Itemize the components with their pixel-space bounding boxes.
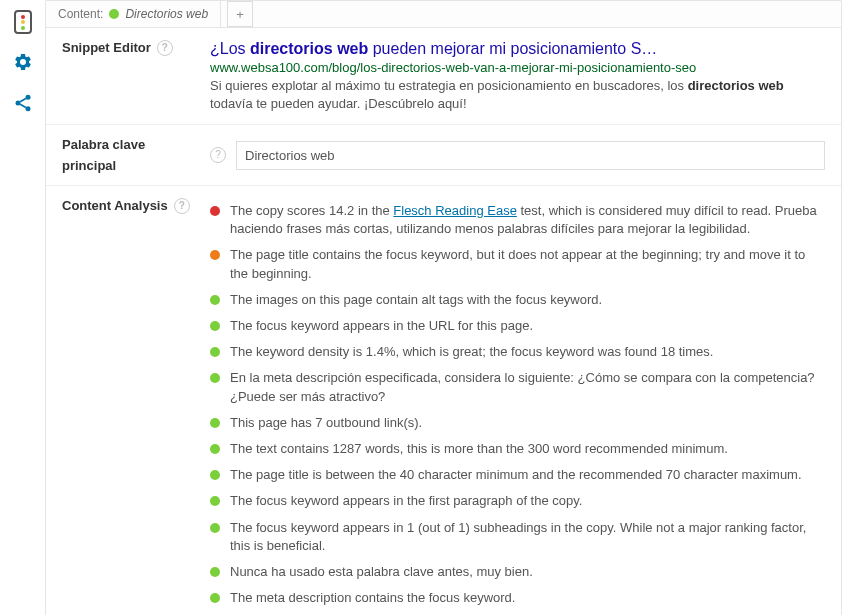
status-dot-icon (109, 9, 119, 19)
analysis-item: The focus keyword appears in the first p… (210, 488, 825, 514)
orange-dot-icon (210, 250, 220, 260)
analysis-text: The keyword density is 1.4%, which is gr… (230, 343, 713, 361)
help-icon[interactable]: ? (174, 198, 190, 214)
seo-panel: Content: Directorios web + Snippet Edito… (45, 0, 842, 615)
section-analysis: Content Analysis ? The copy scores 14.2 … (46, 186, 841, 615)
traffic-light-icon[interactable] (14, 10, 32, 34)
help-icon[interactable]: ? (157, 40, 173, 56)
analysis-text: The images on this page contain alt tags… (230, 291, 602, 309)
green-dot-icon (210, 373, 220, 383)
snippet-title: ¿Los directorios web pueden mejorar mi p… (210, 40, 825, 58)
flesch-link[interactable]: Flesch Reading Ease (393, 203, 517, 218)
analysis-item: En la meta descripción especificada, con… (210, 365, 825, 409)
snippet-preview[interactable]: ¿Los directorios web pueden mejorar mi p… (202, 40, 825, 112)
analysis-text: The focus keyword appears in the first p… (230, 492, 582, 510)
analysis-text: The page title is between the 40 charact… (230, 466, 802, 484)
analysis-list: The copy scores 14.2 in the Flesch Readi… (210, 198, 825, 611)
snippet-url: www.websa100.com/blog/los-directorios-we… (210, 60, 825, 75)
label-snippet: Snippet Editor ? (62, 40, 202, 112)
analysis-text: This page has 7 outbound link(s). (230, 414, 422, 432)
label-keyword-line2: principal (62, 158, 116, 173)
side-rail (0, 0, 45, 615)
analysis-item: The images on this page contain alt tags… (210, 287, 825, 313)
tab-prefix: Content: (58, 7, 103, 21)
label-analysis: Content Analysis ? (62, 198, 202, 611)
analysis-text: The text contains 1287 words, this is mo… (230, 440, 728, 458)
label-keyword-line1: Palabra clave (62, 137, 145, 152)
analysis-item: This page has 7 outbound link(s). (210, 410, 825, 436)
label-snippet-text: Snippet Editor (62, 40, 151, 55)
green-dot-icon (210, 418, 220, 428)
green-dot-icon (210, 444, 220, 454)
svg-point-2 (25, 106, 30, 111)
green-dot-icon (210, 321, 220, 331)
section-snippet: Snippet Editor ? ¿Los directorios web pu… (46, 28, 841, 125)
analysis-item: The copy scores 14.2 in the Flesch Readi… (210, 198, 825, 242)
green-dot-icon (210, 496, 220, 506)
label-keyword: Palabra clave principal (62, 137, 202, 173)
label-analysis-text: Content Analysis (62, 198, 168, 213)
dot-red (21, 15, 25, 19)
analysis-text: The page title contains the focus keywor… (230, 246, 825, 282)
analysis-item: The text contains 1287 words, this is mo… (210, 436, 825, 462)
dot-green (21, 26, 25, 30)
analysis-item: The focus keyword appears in the URL for… (210, 313, 825, 339)
analysis-item: The page title contains the focus keywor… (210, 242, 825, 286)
svg-point-0 (25, 95, 30, 100)
gear-icon[interactable] (13, 52, 33, 75)
tab-keyword: Directorios web (125, 7, 208, 21)
snippet-description: Si quieres explotar al máximo tu estrate… (210, 77, 825, 112)
dot-yellow (21, 20, 25, 24)
analysis-item: Nunca ha usado esta palabra clave antes,… (210, 559, 825, 585)
analysis-text: The meta description contains the focus … (230, 589, 515, 607)
analysis-text: The copy scores 14.2 in the Flesch Readi… (230, 202, 825, 238)
analysis-text: En la meta descripción especificada, con… (230, 369, 825, 405)
green-dot-icon (210, 523, 220, 533)
tab-bar: Content: Directorios web + (46, 1, 841, 28)
red-dot-icon (210, 206, 220, 216)
share-icon[interactable] (13, 93, 33, 116)
analysis-text: The focus keyword appears in the URL for… (230, 317, 533, 335)
green-dot-icon (210, 593, 220, 603)
analysis-text: The focus keyword appears in 1 (out of 1… (230, 519, 825, 555)
analysis-item: The keyword density is 1.4%, which is gr… (210, 339, 825, 365)
tab-add-button[interactable]: + (227, 1, 253, 27)
help-icon[interactable]: ? (210, 147, 226, 163)
tab-content[interactable]: Content: Directorios web (46, 1, 221, 27)
green-dot-icon (210, 295, 220, 305)
green-dot-icon (210, 470, 220, 480)
analysis-item: The meta description contains the focus … (210, 585, 825, 611)
svg-point-1 (15, 101, 20, 106)
green-dot-icon (210, 567, 220, 577)
green-dot-icon (210, 347, 220, 357)
section-keyword: Palabra clave principal ? (46, 125, 841, 186)
analysis-item: The page title is between the 40 charact… (210, 462, 825, 488)
focus-keyword-input[interactable] (236, 141, 825, 170)
analysis-text: Nunca ha usado esta palabra clave antes,… (230, 563, 533, 581)
analysis-item: The focus keyword appears in 1 (out of 1… (210, 515, 825, 559)
